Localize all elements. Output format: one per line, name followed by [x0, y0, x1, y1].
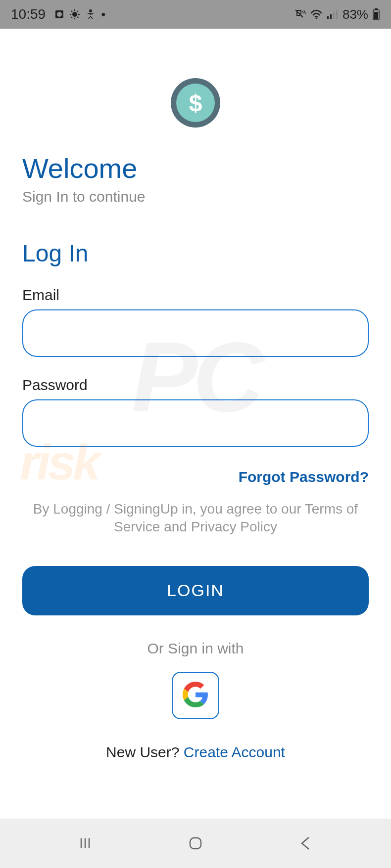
- svg-point-1: [57, 12, 62, 17]
- app-logo: $: [171, 78, 220, 128]
- svg-rect-16: [336, 10, 338, 19]
- svg-rect-13: [327, 16, 329, 19]
- login-button[interactable]: LOGIN: [22, 566, 369, 615]
- email-input[interactable]: [22, 309, 369, 357]
- battery-percent: 83%: [342, 7, 368, 22]
- navigation-bar: [0, 819, 391, 868]
- recent-apps-button[interactable]: [76, 834, 94, 852]
- or-sign-in-text: Or Sign in with: [22, 640, 369, 657]
- new-user-row: New User? Create Account: [22, 744, 369, 761]
- battery-icon: [372, 8, 380, 20]
- wifi-icon: [310, 9, 323, 19]
- status-bar: 10:59 ● 83%: [0, 0, 391, 29]
- forgot-password-link[interactable]: Forgot Password?: [22, 469, 369, 485]
- status-time: 10:59: [11, 6, 46, 22]
- svg-rect-15: [333, 12, 335, 19]
- signal-icon: [327, 9, 339, 19]
- svg-line-9: [71, 17, 72, 18]
- svg-rect-23: [190, 838, 201, 849]
- accessibility-icon: [85, 9, 96, 20]
- password-input[interactable]: [22, 399, 369, 447]
- svg-rect-19: [374, 12, 378, 19]
- svg-line-7: [71, 11, 72, 12]
- welcome-subtitle: Sign In to continue: [22, 188, 369, 205]
- svg-point-2: [72, 12, 77, 17]
- dot-icon: ●: [101, 10, 106, 19]
- back-button[interactable]: [297, 834, 315, 852]
- google-signin-button[interactable]: [172, 672, 219, 719]
- status-left: 10:59 ●: [11, 6, 106, 22]
- svg-rect-14: [330, 14, 332, 19]
- create-account-link[interactable]: Create Account: [184, 744, 285, 760]
- svg-point-12: [315, 18, 317, 19]
- clock-icon: [54, 9, 64, 19]
- status-right: 83%: [294, 7, 380, 22]
- welcome-title: Welcome: [22, 152, 369, 184]
- google-icon: [183, 682, 208, 709]
- login-heading: Log In: [22, 240, 369, 267]
- svg-line-8: [77, 17, 78, 18]
- terms-text: By Logging / SigningUp in, you agree to …: [22, 500, 369, 536]
- password-label: Password: [22, 377, 369, 393]
- svg-point-11: [89, 9, 92, 12]
- svg-line-10: [77, 11, 78, 12]
- sun-icon: [69, 9, 80, 20]
- main-content: PC risk $ Welcome Sign In to continue Lo…: [0, 29, 391, 819]
- logo-container: $: [22, 29, 369, 152]
- email-label: Email: [22, 287, 369, 304]
- vibrate-icon: [294, 8, 306, 20]
- dollar-icon: $: [176, 84, 215, 122]
- new-user-text: New User?: [106, 744, 184, 760]
- home-button[interactable]: [187, 834, 204, 852]
